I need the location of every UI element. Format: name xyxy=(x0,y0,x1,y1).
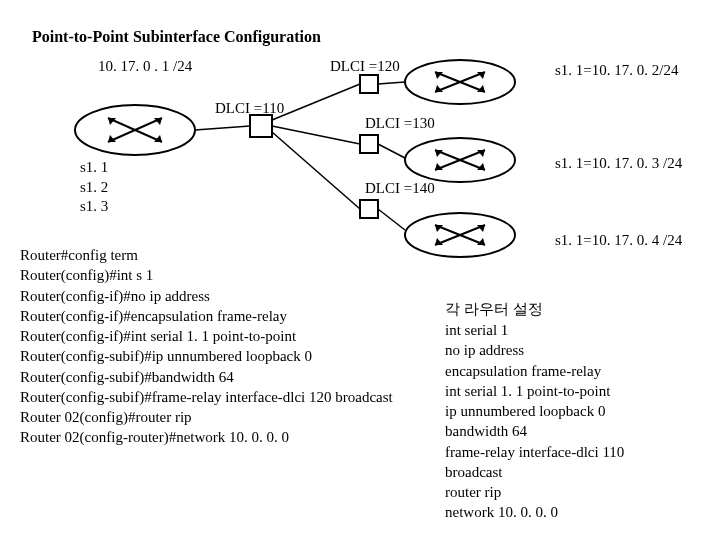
remote-router-config: int serial 1 no ip address encapsulation… xyxy=(445,320,624,523)
dlci-130-label: DLCI =130 xyxy=(365,115,435,132)
dlci-120-label: DLCI =120 xyxy=(330,58,400,75)
main-router-config: Router#config term Router(config)#int s … xyxy=(20,245,393,448)
svg-line-11 xyxy=(435,72,485,92)
svg-marker-26 xyxy=(477,225,485,232)
svg-point-7 xyxy=(405,60,515,104)
dlci-140-label: DLCI =140 xyxy=(365,180,435,197)
svg-line-25 xyxy=(435,225,485,245)
svg-marker-17 xyxy=(435,150,443,157)
remote-router-2-icon xyxy=(405,138,515,182)
svg-marker-9 xyxy=(477,85,485,92)
svg-line-15 xyxy=(435,150,485,170)
svg-marker-5 xyxy=(154,118,162,125)
svg-line-4 xyxy=(108,118,162,142)
svg-marker-20 xyxy=(435,163,443,170)
main-router-network: 10. 17. 0 . 1 /24 xyxy=(98,58,192,75)
svg-marker-12 xyxy=(477,72,485,79)
link-130-r2 xyxy=(378,144,405,158)
svg-marker-16 xyxy=(477,163,485,170)
svg-point-21 xyxy=(405,213,515,257)
main-router-subifs: s1. 1 s1. 2 s1. 3 xyxy=(80,158,108,217)
svg-marker-13 xyxy=(435,85,443,92)
svg-line-1 xyxy=(108,118,162,142)
main-router-icon xyxy=(75,105,195,155)
svg-point-14 xyxy=(405,138,515,182)
remote-3-addr: s1. 1=10. 17. 0. 4 /24 xyxy=(555,232,682,249)
svg-marker-10 xyxy=(435,72,443,79)
link-140-r3 xyxy=(378,209,405,230)
link-main-110 xyxy=(195,126,250,130)
svg-marker-6 xyxy=(108,135,116,142)
remote-router-3-icon xyxy=(405,213,515,257)
fr-switch-110 xyxy=(250,115,272,137)
fr-switch-130 xyxy=(360,135,378,153)
svg-marker-27 xyxy=(435,238,443,245)
svg-marker-23 xyxy=(477,238,485,245)
dlci-110-label: DLCI =110 xyxy=(215,100,284,117)
svg-line-18 xyxy=(435,150,485,170)
link-110-130 xyxy=(272,126,360,144)
svg-marker-19 xyxy=(477,150,485,157)
svg-marker-24 xyxy=(435,225,443,232)
remote-router-1-icon xyxy=(405,60,515,104)
remote-2-addr: s1. 1=10. 17. 0. 3 /24 xyxy=(555,155,682,172)
link-110-140 xyxy=(272,132,360,209)
remote-1-addr: s1. 1=10. 17. 0. 2/24 xyxy=(555,62,678,79)
svg-line-8 xyxy=(435,72,485,92)
svg-marker-2 xyxy=(154,135,162,142)
link-120-r1 xyxy=(378,82,405,84)
link-110-120 xyxy=(272,84,360,120)
svg-marker-3 xyxy=(108,118,116,125)
svg-point-0 xyxy=(75,105,195,155)
fr-switch-120 xyxy=(360,75,378,93)
svg-line-22 xyxy=(435,225,485,245)
remote-config-title: 각 라우터 설정 xyxy=(445,300,543,319)
page-title: Point-to-Point Subinterface Configuratio… xyxy=(32,28,321,46)
fr-switch-140 xyxy=(360,200,378,218)
